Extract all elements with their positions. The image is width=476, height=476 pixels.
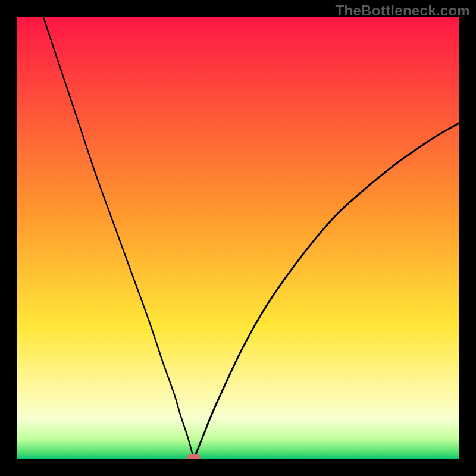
- gradient-background: [17, 17, 459, 459]
- chart-svg: [17, 17, 459, 459]
- minimum-marker-icon: [187, 454, 201, 459]
- watermark-text: TheBottleneck.com: [336, 2, 470, 19]
- chart-frame: TheBottleneck.com: [0, 0, 476, 476]
- plot-area: [17, 17, 459, 459]
